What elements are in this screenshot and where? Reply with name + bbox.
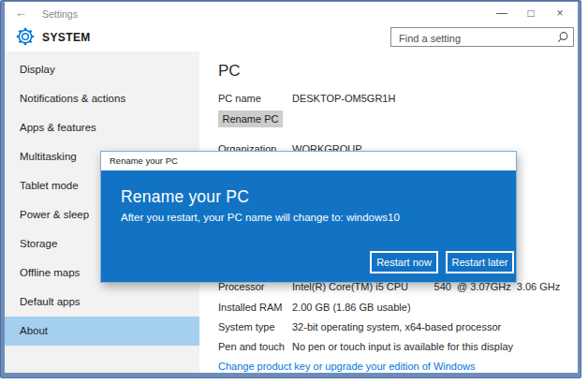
dialog-body: Rename your PC After you restart, your P… [101,170,516,282]
titlebar: ← Settings — □ × [5,2,578,26]
dialog-titlebar: Rename your PC [101,152,516,170]
dialog-message: After you restart, your PC name will cha… [121,212,400,223]
sidebar-item-apps-features[interactable]: Apps & features [5,113,199,142]
rename-pc-dialog: Rename your PC Rename your PC After you … [100,151,517,283]
minimize-icon[interactable]: — [493,5,510,22]
pen-touch-row: Pen and touchNo pen or touch input is av… [218,341,574,352]
pen-touch-value: No pen or touch input is available for t… [292,341,513,352]
installed-ram-label: Installed RAM [218,302,292,313]
sidebar-item-notifications[interactable]: Notifications & actions [5,84,199,113]
gear-icon [16,27,35,50]
section-heading: PC [218,62,241,81]
window-title: Settings [42,8,78,20]
page-title: SYSTEM [42,31,91,44]
close-icon[interactable]: × [551,5,568,22]
back-arrow-icon[interactable]: ← [15,6,27,20]
system-type-value: 32-bit operating system, x64-based proce… [292,321,501,332]
window-controls: — □ × [493,5,568,22]
restart-later-button[interactable]: Restart later [446,251,514,273]
sidebar-item-display[interactable]: Display [5,55,199,84]
installed-ram-value: 2.00 GB (1.86 GB usable) [292,302,411,313]
rename-pc-button[interactable]: Rename PC [218,111,283,127]
dialog-heading: Rename your PC [121,187,249,207]
pen-touch-label: Pen and touch [218,341,292,352]
pc-name-row: PC nameDESKTOP-OM5GR1H [218,93,574,104]
search-input[interactable] [397,29,551,47]
sidebar-item-default-apps[interactable]: Default apps [5,288,199,317]
screenshot: ← Settings — □ × [0,0,588,384]
pc-name-value: DESKTOP-OM5GR1H [292,93,395,104]
system-type-row: System type32-bit operating system, x64-… [218,321,574,332]
restart-now-button[interactable]: Restart now [370,251,438,273]
change-product-key-link[interactable]: Change product key or upgrade your editi… [218,361,476,372]
search-icon[interactable] [556,31,569,48]
search-box [390,27,574,47]
installed-ram-row: Installed RAM2.00 GB (1.86 GB usable) [218,302,574,313]
system-type-label: System type [218,321,292,332]
maximize-icon[interactable]: □ [522,5,539,22]
sidebar-item-about[interactable]: About [5,317,199,346]
pc-name-label: PC name [218,93,292,104]
